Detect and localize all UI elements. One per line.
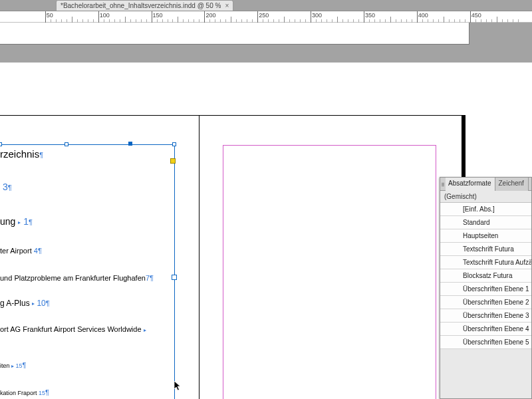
ruler-tick <box>257 11 258 23</box>
paragraph-style-item[interactable]: Standard <box>440 216 531 229</box>
ruler-subtick <box>337 17 338 23</box>
text-frame-content[interactable]: rzeichnis¶ 3¶ung ▸ 1¶ter Airport 4¶und P… <box>0 144 173 399</box>
paragraph-style-item[interactable]: [Einf. Abs.] <box>440 203 531 216</box>
ruler-tick <box>470 11 471 23</box>
ruler-subtick <box>444 17 444 23</box>
text-line[interactable]: ung ▸ 1¶ <box>0 216 33 227</box>
paragraph-style-item[interactable]: Textschrift Futura Aufzäh <box>440 256 531 269</box>
ruler-label: 400 <box>418 12 428 19</box>
ruler-subtick <box>390 17 391 23</box>
ruler-label: 50 <box>47 12 53 19</box>
ruler-label: 300 <box>312 12 322 19</box>
ruler-subtick <box>231 17 231 23</box>
ruler-subtick <box>72 17 72 23</box>
ruler-subtick <box>497 17 497 23</box>
app-root: *Bachelorarbeit_ohne_Inhaltsverzeichnis.… <box>0 0 532 399</box>
ruler-tick <box>311 11 311 23</box>
paragraph-styles-panel[interactable]: Absatzformate Zeichenf (Gemischt) [Einf.… <box>440 177 532 399</box>
ruler-label: 250 <box>259 12 269 19</box>
paragraph-style-item[interactable]: Überschriften Ebene 2 <box>440 296 531 309</box>
paragraph-style-item[interactable]: Überschriften Ebene 3 <box>440 309 531 323</box>
paragraph-style-item[interactable]: Überschriften Ebene 1 <box>440 283 531 296</box>
paragraph-style-item[interactable]: Überschriften Ebene 5 <box>440 336 531 349</box>
panel-status: (Gemischt) <box>440 191 531 203</box>
ruler-tick <box>204 11 205 23</box>
close-icon[interactable]: × <box>225 1 229 11</box>
ruler-tick <box>98 11 99 23</box>
panel-grip-icon[interactable] <box>440 178 446 190</box>
selection-edge-right <box>174 144 175 399</box>
ruler-label: 450 <box>471 12 481 19</box>
right-page-margin-guide <box>223 145 436 399</box>
paragraph-style-item[interactable]: Blocksatz Futura <box>440 269 531 283</box>
paragraph-style-item[interactable]: Überschriften Ebene 4 <box>440 323 531 336</box>
ruler-subtick <box>125 17 126 23</box>
ruler-subtick <box>178 17 178 23</box>
horizontal-ruler[interactable]: 50100150200250300350400450 <box>0 11 532 23</box>
ruler-label: 350 <box>365 12 375 19</box>
document-tab-title: *Bachelorarbeit_ohne_Inhaltsverzeichnis.… <box>61 1 221 11</box>
ruler-tick <box>152 11 152 23</box>
text-line[interactable]: g A-Plus ▸ 10¶ <box>0 299 50 308</box>
ruler-tick <box>417 11 418 23</box>
text-line[interactable]: 3¶ <box>0 182 12 192</box>
ruler-label: 200 <box>205 12 215 19</box>
tab-zeichenformate[interactable]: Zeichenf <box>495 178 528 191</box>
ruler-label: 100 <box>100 12 110 19</box>
tab-absatzformate[interactable]: Absatzformate <box>446 178 495 191</box>
ruler-label: 150 <box>153 12 163 19</box>
panel-tab-strip: Absatzformate Zeichenf <box>440 178 531 191</box>
document-tab[interactable]: *Bachelorarbeit_ohne_Inhaltsverzeichnis.… <box>56 0 233 11</box>
text-line[interactable]: ort AG Frankfurt Airport Services Worldw… <box>0 325 146 333</box>
ruler-tick <box>364 11 364 23</box>
paragraph-style-list[interactable]: [Einf. Abs.]StandardHauptseitenTextschri… <box>440 203 531 349</box>
paragraph-style-item[interactable]: Hauptseiten <box>440 229 531 243</box>
ruler-subtick <box>284 17 285 23</box>
paragraph-style-item[interactable]: Textschrift Futura <box>440 243 531 256</box>
ruler-tick <box>45 11 46 23</box>
pasteboard-top-strip <box>0 23 469 45</box>
text-line[interactable]: kation Fraport 15¶ <box>0 388 49 396</box>
document-tab-bar: *Bachelorarbeit_ohne_Inhaltsverzeichnis.… <box>0 0 532 11</box>
spread-top-edge <box>0 115 466 116</box>
text-line[interactable]: rzeichnis¶ <box>0 148 43 160</box>
text-line[interactable]: und Platzprobleme am Frankfurter Flughaf… <box>0 274 154 282</box>
text-line[interactable]: ter Airport 4¶ <box>0 247 42 255</box>
text-line[interactable]: iten ▸ 15¶ <box>0 361 26 369</box>
selected-text-frame[interactable]: + rzeichnis¶ 3¶ung ▸ 1¶ter Airport 4¶und… <box>0 144 175 399</box>
spread-spine <box>199 115 200 399</box>
